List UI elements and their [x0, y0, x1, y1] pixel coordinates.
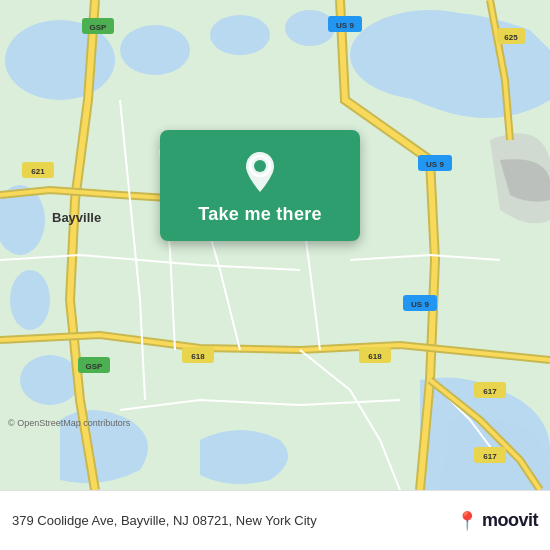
svg-point-3	[210, 15, 270, 55]
location-card[interactable]: Take me there	[160, 130, 360, 241]
svg-point-32	[254, 160, 266, 172]
svg-point-8	[20, 355, 80, 405]
svg-text:617: 617	[483, 452, 497, 461]
svg-text:GSP: GSP	[90, 23, 108, 32]
svg-text:US 9: US 9	[336, 21, 354, 30]
location-pin-icon	[238, 150, 282, 194]
svg-point-2	[120, 25, 190, 75]
address-section: 379 Coolidge Ave, Bayville, NJ 08721, Ne…	[12, 513, 317, 528]
svg-text:US 9: US 9	[426, 160, 444, 169]
copyright-text: © OpenStreetMap contributors	[8, 418, 130, 428]
svg-point-7	[10, 270, 50, 330]
map-container: GSP US 9 625 621 US 9 US 9 GSP 618 618 6…	[0, 0, 550, 490]
moovit-brand-text: moovit	[482, 510, 538, 531]
svg-text:625: 625	[504, 33, 518, 42]
map-svg: GSP US 9 625 621 US 9 US 9 GSP 618 618 6…	[0, 0, 550, 490]
svg-text:Bayville: Bayville	[52, 210, 101, 225]
moovit-pin-icon: 📍	[456, 510, 478, 532]
take-me-there-button[interactable]: Take me there	[198, 204, 322, 225]
svg-text:621: 621	[31, 167, 45, 176]
address-text: 379 Coolidge Ave, Bayville, NJ 08721, Ne…	[12, 513, 317, 528]
svg-text:617: 617	[483, 387, 497, 396]
bottom-bar: 379 Coolidge Ave, Bayville, NJ 08721, Ne…	[0, 490, 550, 550]
svg-text:GSP: GSP	[86, 362, 104, 371]
svg-point-4	[285, 10, 335, 46]
svg-text:US 9: US 9	[411, 300, 429, 309]
moovit-logo: 📍 moovit	[456, 510, 538, 532]
svg-text:618: 618	[191, 352, 205, 361]
svg-text:618: 618	[368, 352, 382, 361]
